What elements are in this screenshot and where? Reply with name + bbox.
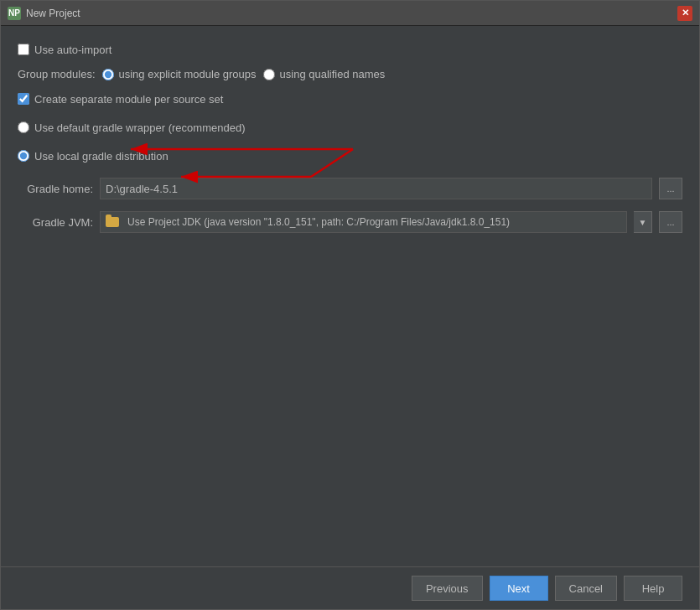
gradle-wrapper-label[interactable]: Use default gradle wrapper (recommended) xyxy=(18,121,245,134)
group-qualified-radio[interactable] xyxy=(263,69,275,80)
group-explicit-label[interactable]: using explicit module groups xyxy=(102,68,257,80)
gradle-local-row: Use local gradle distribution xyxy=(18,146,682,166)
gradle-home-browse-button[interactable]: ... xyxy=(659,178,682,199)
gradle-wrapper-radio[interactable] xyxy=(18,121,29,133)
gradle-jvm-value: Use Project JDK (java version "1.8.0_151… xyxy=(127,216,510,228)
dialog-icon: NP xyxy=(8,7,21,20)
content-spacer xyxy=(18,241,682,558)
gradle-home-label: Gradle home: xyxy=(18,183,93,195)
help-button[interactable]: Help xyxy=(624,576,682,601)
dialog-content: Use auto-import Group modules: using exp… xyxy=(1,26,699,566)
separate-module-label[interactable]: Create separate module per source set xyxy=(18,93,223,106)
gradle-jvm-label: Gradle JVM: xyxy=(18,216,93,229)
close-button[interactable]: ✕ xyxy=(677,6,692,21)
gradle-local-radio[interactable] xyxy=(18,150,29,162)
auto-import-label[interactable]: Use auto-import xyxy=(18,44,111,56)
next-button[interactable]: Next xyxy=(490,576,548,601)
cancel-button[interactable]: Cancel xyxy=(555,576,617,601)
auto-import-row: Use auto-import xyxy=(18,39,682,59)
gradle-home-input[interactable] xyxy=(100,178,652,199)
dialog-title: New Project xyxy=(26,8,672,19)
gradle-local-label[interactable]: Use local gradle distribution xyxy=(18,150,169,163)
gradle-jvm-dropdown-button[interactable]: ▼ xyxy=(634,211,652,233)
title-bar: NP New Project ✕ xyxy=(1,1,699,26)
dialog-footer: Previous Next Cancel Help xyxy=(1,566,699,609)
separate-module-row: Create separate module per source set xyxy=(18,89,682,109)
group-modules-row: Group modules: using explicit module gro… xyxy=(18,68,682,80)
separate-module-checkbox[interactable] xyxy=(18,93,29,105)
previous-button[interactable]: Previous xyxy=(412,576,483,601)
folder-icon xyxy=(106,217,119,227)
new-project-dialog: NP New Project ✕ Use auto-import Group m… xyxy=(0,0,700,610)
gradle-home-row: Gradle home: ... xyxy=(18,178,682,199)
gradle-jvm-select[interactable]: Use Project JDK (java version "1.8.0_151… xyxy=(100,211,627,233)
gradle-wrapper-row: Use default gradle wrapper (recommended) xyxy=(18,117,682,137)
group-qualified-label[interactable]: using qualified names xyxy=(263,68,386,80)
gradle-jvm-browse-button[interactable]: ... xyxy=(659,211,682,233)
group-explicit-radio[interactable] xyxy=(102,69,114,80)
gradle-jvm-row: Gradle JVM: Use Project JDK (java versio… xyxy=(18,211,682,233)
auto-import-checkbox[interactable] xyxy=(18,44,29,55)
